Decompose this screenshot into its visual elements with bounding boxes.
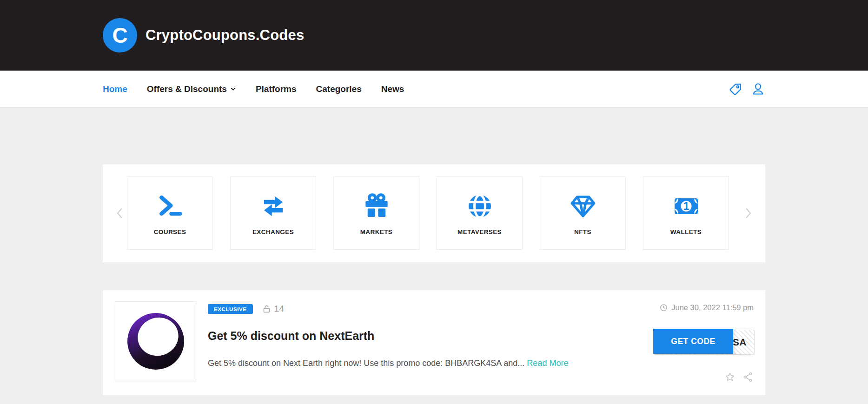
brand-logo[interactable]: C CryptoCoupons.Codes [103, 18, 765, 52]
coupon-description-text: Get 5% discount on Next Earth right now!… [208, 358, 524, 368]
user-icon[interactable] [751, 82, 765, 96]
carousel-track: COURSES EXCHANGES MARKETS [103, 164, 765, 250]
category-card-exchanges[interactable]: EXCHANGES [230, 176, 316, 250]
favorite-star-icon[interactable] [724, 371, 735, 383]
category-card-markets[interactable]: MARKETS [333, 176, 419, 250]
nav-item-offers-discounts[interactable]: Offers & Discounts [147, 84, 236, 94]
category-label: WALLETS [670, 228, 702, 235]
terminal-icon [156, 192, 185, 220]
lock-icon [262, 305, 271, 313]
globe-icon [465, 192, 494, 220]
carousel-next-icon[interactable] [741, 206, 755, 220]
coupon-thumbnail[interactable] [115, 301, 196, 381]
coupon-card: EXCLUSIVE 14 Get 5% discount on NextEart… [103, 290, 765, 395]
category-label: METAVERSES [457, 228, 502, 235]
category-label: MARKETS [360, 228, 393, 235]
category-card-wallets[interactable]: 1 WALLETS [643, 176, 729, 250]
category-card-courses[interactable]: COURSES [127, 176, 213, 250]
category-label: EXCHANGES [252, 228, 294, 235]
main-nav: Home Offers & Discounts Platforms Catego… [0, 71, 868, 108]
uses-counter: 14 [262, 304, 284, 314]
category-card-nfts[interactable]: NFTS [540, 176, 626, 250]
read-more-link[interactable]: Read More [527, 358, 568, 368]
coupon-title[interactable]: Get 5% discount on NextEarth [208, 329, 374, 343]
site-header: C CryptoCoupons.Codes [0, 0, 868, 71]
category-label: NFTS [574, 228, 591, 235]
nav-item-categories[interactable]: Categories [316, 84, 362, 94]
share-icon[interactable] [742, 371, 754, 383]
gem-icon [568, 192, 598, 220]
tag-icon[interactable] [729, 82, 743, 96]
nav-menu: Home Offers & Discounts Platforms Catego… [103, 84, 404, 94]
exclusive-badge: EXCLUSIVE [208, 304, 253, 314]
nav-item-news[interactable]: News [381, 84, 404, 94]
gift-icon [362, 192, 391, 220]
get-code-button[interactable]: GET CODE [653, 329, 733, 354]
clock-icon [660, 304, 668, 312]
logo-icon: C [103, 18, 137, 52]
carousel-prev-icon[interactable] [113, 206, 127, 220]
nav-item-label: Offers & Discounts [147, 84, 227, 94]
nav-item-home[interactable]: Home [103, 84, 127, 94]
category-carousel: COURSES EXCHANGES MARKETS [103, 164, 765, 262]
category-card-metaverses[interactable]: METAVERSES [437, 176, 523, 250]
brand-name: CryptoCoupons.Codes [146, 27, 304, 44]
coupon-description: Get 5% discount on Next Earth right now!… [208, 358, 568, 368]
nav-item-platforms[interactable]: Platforms [256, 84, 297, 94]
coupon-code-box[interactable]: SA GET CODE [654, 330, 755, 355]
exchange-arrows-icon [259, 192, 288, 220]
category-label: COURSES [154, 228, 186, 235]
expiry-date: June 30, 2022 11:59 pm [660, 303, 754, 312]
expiry-text: June 30, 2022 11:59 pm [671, 303, 754, 312]
chevron-down-icon [230, 86, 236, 92]
uses-count: 14 [274, 304, 284, 314]
svg-text:1: 1 [683, 200, 689, 212]
nextearth-logo [127, 313, 184, 370]
money-bill-icon: 1 [672, 192, 701, 220]
